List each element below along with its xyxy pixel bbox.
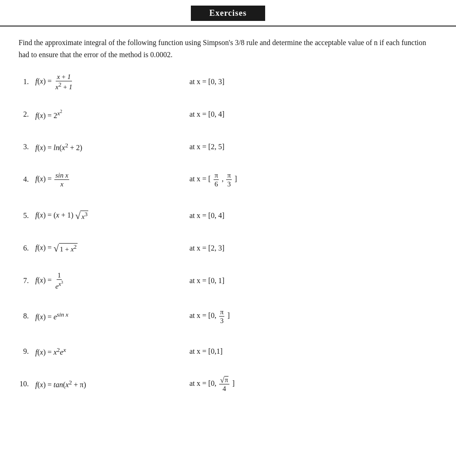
exercise-item-4: 4. f(x) = sin x x at x = [ π 6 , π 3 [19,167,437,192]
exercise-formula-7: f(x) = 1 ex3 [32,271,180,291]
exercise-domain-7: at x = [0, 1] [180,277,224,285]
page: Exercises Find the approximate integral … [0,0,456,476]
exercise-formula-10: f(x) = tan(x2 + π) [32,379,180,389]
exercise-domain-9: at x = [0,1] [180,347,222,356]
exercise-formula-1: f(x) = x + 1 x2 + 1 [32,73,180,91]
exercises-list: 1. f(x) = x + 1 x2 + 1 at x = [0, 3] 2. … [0,65,456,410]
exercise-domain-3: at x = [2, 5] [180,143,224,151]
exercise-domain-4: at x = [ π 6 , π 3 ] [180,171,237,188]
exercise-number-6: 6. [19,244,32,252]
intro-text: Find the approximate integral of the fol… [0,26,456,65]
exercise-domain-1: at x = [0, 3] [180,78,224,86]
exercise-number-4: 4. [19,175,32,184]
exercise-formula-8: f(x) = esin x [32,311,180,321]
exercise-number-5: 5. [19,212,32,220]
exercise-domain-2: at x = [0, 4] [180,110,224,119]
exercise-item-10: 10. f(x) = tan(x2 + π) at x = [0, √π 4 ] [19,372,437,396]
exercise-item-5: 5. f(x) = (x + 1) √x3 at x = [0, 4] [19,204,437,228]
exercise-domain-8: at x = [0, π 3 ] [180,308,230,325]
exercise-number-8: 8. [19,312,32,320]
exercise-item-6: 6. f(x) = √1 + x2 at x = [2, 3] [19,236,437,260]
exercise-item-7: 7. f(x) = 1 ex3 at x = [0, 1] [19,269,437,293]
exercise-domain-5: at x = [0, 4] [180,212,224,220]
exercise-formula-3: f(x) = ln(x2 + 2) [32,142,180,152]
page-title: Exercises [191,6,266,21]
exercise-number-10: 10. [19,380,32,388]
exercise-formula-2: f(x) = 2x2 [32,109,180,120]
exercise-number-9: 9. [19,347,32,356]
exercise-item-1: 1. f(x) = x + 1 x2 + 1 at x = [0, 3] [19,70,437,94]
exercise-formula-6: f(x) = √1 + x2 [32,243,180,253]
exercise-number-2: 2. [19,110,32,119]
exercise-domain-10: at x = [0, √π 4 ] [180,375,235,393]
header: Exercises [0,0,456,26]
exercise-number-7: 7. [19,277,32,285]
exercise-item-8: 8. f(x) = esin x at x = [0, π 3 ] [19,304,437,328]
exercise-item-3: 3. f(x) = ln(x2 + 2) at x = [2, 5] [19,135,437,159]
exercise-item-9: 9. f(x) = x2ex at x = [0,1] [19,339,437,364]
exercise-formula-4: f(x) = sin x x [32,171,180,188]
exercise-number-1: 1. [19,78,32,86]
exercise-formula-9: f(x) = x2ex [32,346,180,357]
exercise-domain-6: at x = [2, 3] [180,244,224,252]
exercise-number-3: 3. [19,143,32,151]
exercise-item-2: 2. f(x) = 2x2 at x = [0, 4] [19,102,437,126]
exercise-formula-5: f(x) = (x + 1) √x3 [32,211,180,221]
